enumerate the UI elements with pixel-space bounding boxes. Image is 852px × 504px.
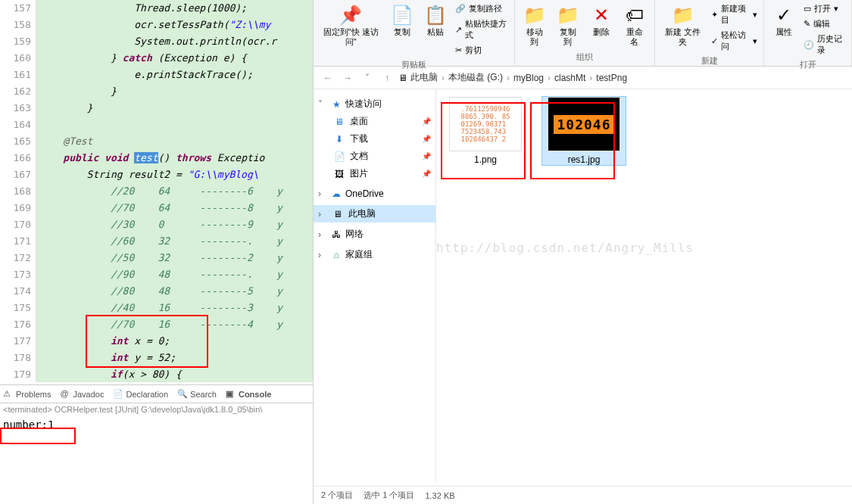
btn-label: 删除 — [593, 27, 610, 37]
shortcut-icon: ↗ — [455, 25, 462, 35]
crumb[interactable]: myBlog — [513, 73, 544, 83]
sidebar-pictures[interactable]: 🖼图片📌 — [314, 165, 435, 182]
btn-label: 新建项目 — [721, 3, 751, 26]
crumb[interactable]: clashMt — [554, 73, 585, 83]
console-icon: ▣ — [226, 389, 236, 400]
tab-problems[interactable]: ⚠Problems — [3, 389, 51, 400]
paste-shortcut-button[interactable]: ↗粘贴快捷方式 — [454, 17, 510, 42]
btn-label: 粘贴快捷方式 — [465, 18, 508, 41]
thumb-text: 102046 — [554, 115, 613, 134]
tab-label: Problems — [16, 390, 51, 399]
rename-button[interactable]: 🏷重命名 — [619, 2, 650, 48]
pin-icon: 📌 — [422, 152, 431, 160]
copy-button[interactable]: 📄复制 — [387, 2, 417, 39]
sidebar-documents[interactable]: 📄文档📌 — [314, 148, 435, 165]
sidebar-this-pc[interactable]: ›🖥此电脑 — [314, 205, 435, 222]
btn-label: 复制路径 — [469, 3, 502, 14]
group-label: 组织 — [520, 50, 650, 64]
selected-count: 选中 1 个项目 — [364, 490, 414, 501]
paste-button[interactable]: 📋粘贴 — [420, 2, 451, 39]
sidebar-label: OneDrive — [345, 188, 384, 199]
terminated-label: <terminated> OCRHelper.test [JUnit] G:\d… — [0, 403, 313, 415]
crumb[interactable]: testPng — [596, 73, 627, 83]
open-button[interactable]: ▭打开 ▾ — [802, 2, 847, 16]
tab-javadoc[interactable]: @Javadoc — [60, 389, 104, 400]
properties-button[interactable]: ✓属性 — [769, 2, 799, 39]
ribbon-group-clipboard: 📌固定到"快 速访问" 📄复制 📋粘贴 🔗复制路径 ↗粘贴快捷方式 ✂剪切 剪贴… — [314, 0, 515, 66]
sidebar-downloads[interactable]: ⬇下载📌 — [314, 130, 435, 148]
sidebar-label: 家庭组 — [345, 248, 373, 261]
crumb[interactable]: 此电脑 — [410, 71, 438, 84]
copy-to-button[interactable]: 📁复制到 — [553, 2, 583, 48]
sidebar-desktop[interactable]: 🖥桌面📌 — [314, 113, 435, 130]
file-res1jpg[interactable]: 102046 res1.jpg — [542, 97, 626, 165]
explorer-body: ˅★快速访问 🖥桌面📌 ⬇下载📌 📄文档📌 🖼图片📌 ›☁OneDrive ›🖥… — [314, 89, 852, 481]
move-icon: 📁 — [523, 3, 547, 27]
cut-button[interactable]: ✂剪切 — [454, 43, 510, 58]
network-icon: 🖧 — [330, 229, 342, 241]
sidebar-homegroup[interactable]: ›⌂家庭组 — [314, 246, 435, 263]
tab-label: Declaration — [126, 390, 168, 399]
new-folder-button[interactable]: 📁新建 文件夹 — [660, 2, 707, 48]
forward-button[interactable]: → — [339, 70, 356, 86]
code-content[interactable]: Thread.sleep(1000); ocr.setTessPath("Z:\… — [36, 0, 313, 382]
edit-button[interactable]: ✎编辑 — [802, 17, 847, 31]
tab-search[interactable]: 🔍Search — [177, 389, 217, 400]
new-item-button[interactable]: ✦新建项目 ▾ — [710, 2, 760, 27]
pin-icon: 📌 — [422, 117, 431, 126]
star-icon: ★ — [330, 98, 342, 110]
group-label: 新建 — [660, 54, 760, 68]
up-button[interactable]: ↑ — [379, 70, 395, 86]
console-tabs: ⚠Problems @Javadoc 📄Declaration 🔍Search … — [0, 385, 313, 403]
desktop-icon: 🖥 — [333, 116, 345, 128]
pin-icon: 📌 — [422, 135, 431, 143]
expand-icon: › — [318, 209, 327, 219]
history-button[interactable]: 🕘历史记录 — [802, 32, 847, 58]
file-thumb: .76112590946 8865.390. 85 01269.98371 75… — [449, 97, 522, 151]
file-area[interactable]: .76112590946 8865.390. 85 01269.98371 75… — [436, 89, 852, 481]
delete-button[interactable]: ✕删除 — [586, 2, 616, 39]
search-icon: 🔍 — [177, 389, 188, 400]
sidebar-label: 网络 — [345, 228, 364, 241]
newitem-icon: ✦ — [711, 10, 718, 20]
recent-button[interactable]: ˅ — [359, 70, 376, 86]
cloud-icon: ☁ — [330, 188, 342, 200]
expand-icon: ˅ — [318, 99, 327, 110]
edit-icon: ✎ — [804, 19, 810, 29]
pin-icon: 📌 — [422, 170, 431, 178]
ribbon-group-new: 📁新建 文件夹 ✦新建项目 ▾ ✓轻松访问 ▾ 新建 — [655, 0, 765, 66]
props-icon: ✓ — [772, 3, 796, 27]
tab-console[interactable]: ▣Console — [226, 389, 271, 400]
btn-label: 打开 — [814, 3, 831, 14]
easy-access-button[interactable]: ✓轻松访问 ▾ — [710, 28, 760, 54]
tab-label: Search — [190, 390, 217, 399]
tab-declaration[interactable]: 📄Declaration — [113, 389, 168, 400]
tab-label: Console — [239, 390, 271, 399]
file-1png[interactable]: .76112590946 8865.390. 85 01269.98371 75… — [444, 97, 527, 165]
copy-path-button[interactable]: 🔗复制路径 — [454, 2, 510, 16]
pin-quick-access-button[interactable]: 📌固定到"快 速访问" — [318, 2, 384, 48]
homegroup-icon: ⌂ — [330, 249, 342, 261]
rename-icon: 🏷 — [623, 3, 647, 27]
folder-icon: 📁 — [671, 3, 695, 27]
cut-icon: ✂ — [455, 45, 462, 55]
javadoc-icon: @ — [60, 389, 70, 400]
expand-icon: › — [318, 188, 327, 199]
paste-icon: 📋 — [423, 3, 448, 27]
move-to-button[interactable]: 📁移动到 — [520, 2, 550, 48]
sidebar-label: 文档 — [350, 150, 368, 163]
console-output[interactable]: number:1 — [0, 415, 313, 434]
sidebar-label: 图片 — [350, 167, 368, 180]
sidebar-network[interactable]: ›🖧网络 — [314, 226, 435, 243]
btn-label: 移动到 — [523, 27, 547, 47]
pc-icon: 🖥 — [332, 208, 344, 220]
sidebar-onedrive[interactable]: ›☁OneDrive — [314, 185, 435, 202]
back-button[interactable]: ← — [320, 70, 336, 86]
sidebar-quick-access[interactable]: ˅★快速访问 — [314, 95, 435, 113]
group-label: 打开 — [769, 58, 847, 72]
file-thumb: 102046 — [548, 97, 620, 151]
breadcrumb[interactable]: 此电脑›本地磁盘 (G:)›myBlog›clashMt›testPng — [410, 71, 846, 84]
history-icon: 🕘 — [804, 40, 814, 50]
doc-icon: 📄 — [333, 151, 345, 163]
crumb[interactable]: 本地磁盘 (G:) — [448, 71, 503, 84]
